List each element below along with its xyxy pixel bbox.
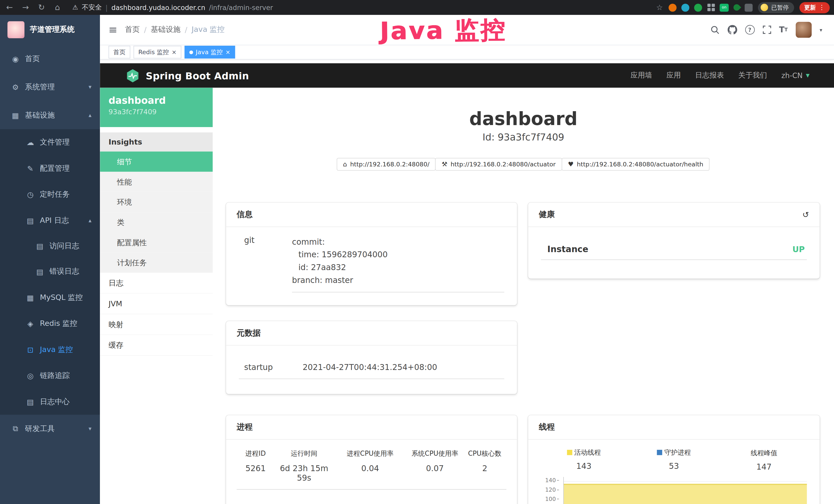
tab-label: 首页: [113, 48, 126, 56]
sba-item-environment[interactable]: 环境: [100, 192, 213, 212]
help-icon[interactable]: ?: [745, 25, 754, 35]
legend-label: 线程峰值: [751, 449, 777, 458]
gear-icon: ⚙: [10, 83, 20, 91]
extension-on-badge[interactable]: on: [720, 3, 729, 11]
extension-icon-1[interactable]: [668, 3, 677, 11]
sba-item-details[interactable]: 细节: [100, 152, 213, 172]
tab-home[interactable]: 首页: [108, 46, 130, 59]
sba-instance-header[interactable]: dashboard 93a3fc7f7409: [100, 88, 213, 127]
sba-nav-about[interactable]: 关于我们: [738, 71, 767, 80]
info-card: 信息 git commit: time: 1596289704000 id: 2…: [226, 203, 517, 305]
infrastructure-submenu: ☁ 文件管理 ✎ 配置管理 ◷ 定时任务 ▤ API 日志 ▴ ▤: [0, 129, 100, 415]
url-host[interactable]: dashboard.yudao.iocoder.cn: [111, 3, 205, 11]
link-label: http://192.168.0.2:48080/: [350, 160, 430, 168]
sidebar-item-mysql-monitor[interactable]: ▦ MySQL 监控: [0, 284, 100, 311]
menu-dots-icon[interactable]: ⋮: [818, 4, 825, 11]
sidebar-item-system-mgmt[interactable]: ⚙ 系统管理 ▾: [0, 73, 100, 101]
breadcrumb-current: Java 监控: [192, 25, 224, 35]
health-url-button[interactable]: ♥ http://192.168.0.2:48080/actuator/heal…: [562, 158, 710, 171]
sidebar-item-home[interactable]: ◉ 首页: [0, 45, 100, 73]
close-icon[interactable]: ×: [172, 48, 176, 55]
card-title: 线程: [539, 422, 555, 432]
sidebar-toggle-icon[interactable]: ≡: [100, 23, 125, 36]
github-icon[interactable]: [727, 25, 737, 35]
sidebar-item-access-logs[interactable]: ▤ 访问日志: [0, 233, 100, 259]
user-avatar[interactable]: [796, 22, 812, 38]
clock-icon: ◷: [25, 190, 35, 199]
sidebar-item-log-center[interactable]: ▤ 日志中心: [0, 389, 100, 415]
infrastructure-icon: ▦: [10, 111, 20, 119]
sba-item-config-props[interactable]: 配置属性: [100, 232, 213, 253]
info-line: branch: master: [292, 274, 504, 287]
card-title: 健康: [539, 209, 555, 220]
update-label: 更新: [804, 3, 816, 11]
tab-java-monitor[interactable]: Java 监控 ×: [184, 46, 235, 59]
font-size-icon[interactable]: TT: [779, 25, 788, 35]
breadcrumb-infrastructure[interactable]: 基础设施: [151, 25, 180, 35]
info-line: time: 1596289704000: [292, 248, 504, 261]
sidebar-item-dev-tools[interactable]: ⧉ 研发工具 ▾: [0, 415, 100, 443]
sba-item-jvm[interactable]: JVM: [100, 294, 213, 314]
fullscreen-icon[interactable]: [763, 25, 771, 34]
logo-image: [7, 21, 24, 38]
service-url-button[interactable]: ⌂ http://192.168.0.2:48080/: [336, 158, 436, 171]
sidebar-item-label: 访问日志: [49, 241, 79, 251]
sidebar-item-file-mgmt[interactable]: ☁ 文件管理: [0, 129, 100, 155]
extension-icon-3[interactable]: [694, 3, 702, 11]
history-icon[interactable]: ↺: [803, 210, 809, 219]
sidebar-item-link-tracing[interactable]: ◎ 链路追踪: [0, 363, 100, 388]
sba-locale-select[interactable]: zh-CN ▼: [781, 71, 810, 79]
metadata-key: startup: [244, 363, 303, 372]
bookmark-star-icon[interactable]: ☆: [655, 3, 664, 11]
sidebar-item-java-monitor[interactable]: ⊡ Java 监控: [0, 337, 100, 363]
locale-label: zh-CN: [781, 71, 803, 79]
header-actions: ? TT ▾: [710, 22, 834, 38]
edit-icon: ✎: [25, 164, 35, 173]
sba-brand[interactable]: Spring Boot Admin: [126, 68, 249, 83]
app-logo[interactable]: 芋道管理系统: [0, 15, 100, 45]
avatar-caret-icon[interactable]: ▾: [820, 27, 822, 33]
legend-swatch-daemon: [657, 450, 662, 455]
document-icon: ▤: [25, 216, 35, 225]
axis-tick: 120: [539, 486, 560, 496]
sidebar-item-error-logs[interactable]: ▤ 错误日志: [0, 259, 100, 284]
extension-leaf-icon[interactable]: [732, 3, 741, 12]
sba-item-caches[interactable]: 缓存: [100, 335, 213, 356]
profile-paused-badge[interactable]: 已暂停: [758, 2, 794, 13]
actuator-url-button[interactable]: ⚒ http://192.168.0.2:48080/actuator: [435, 158, 562, 171]
status-badge: UP: [792, 245, 805, 254]
sba-item-performance[interactable]: 性能: [100, 172, 213, 192]
back-icon[interactable]: ←: [4, 3, 15, 12]
sidebar-item-label: 链路追踪: [40, 371, 70, 380]
instance-name: dashboard: [108, 95, 213, 106]
sidebar-item-api-logs[interactable]: ▤ API 日志 ▴: [0, 207, 100, 233]
extension-icon-2[interactable]: [681, 3, 689, 11]
extensions-puzzle-icon[interactable]: [745, 3, 752, 11]
url-path[interactable]: /infra/admin-server: [209, 3, 273, 11]
address-bar[interactable]: ⚠ 不安全 | dashboard.yudao.iocoder.cn/infra…: [72, 3, 273, 12]
cloud-icon: ☁: [25, 138, 35, 146]
extension-grid-icon[interactable]: [707, 3, 715, 11]
search-icon[interactable]: [710, 25, 720, 34]
breadcrumb-home[interactable]: 首页: [125, 25, 140, 35]
main-column: ≡ 首页 / 基础设施 / Java 监控 ?: [100, 15, 834, 504]
home-icon[interactable]: ⌂: [52, 3, 63, 12]
chrome-update-button[interactable]: 更新 ⋮: [799, 2, 830, 13]
sba-nav-journal[interactable]: 日志报表: [695, 71, 724, 80]
security-label[interactable]: 不安全: [82, 3, 102, 12]
sidebar-item-scheduled-tasks[interactable]: ◷ 定时任务: [0, 181, 100, 207]
sba-item-logs[interactable]: 日志: [100, 273, 213, 294]
sba-item-classes[interactable]: 类: [100, 212, 213, 232]
sba-item-scheduled-tasks[interactable]: 计划任务: [100, 253, 213, 273]
sidebar-item-infrastructure[interactable]: ▦ 基础设施 ▴: [0, 101, 100, 129]
sba-item-mappings[interactable]: 映射: [100, 314, 213, 335]
forward-icon[interactable]: →: [20, 3, 31, 12]
tab-redis-monitor[interactable]: Redis 监控 ×: [134, 46, 181, 59]
reload-icon[interactable]: ↻: [36, 3, 47, 12]
document-icon: ▤: [25, 397, 35, 406]
close-icon[interactable]: ×: [225, 48, 231, 55]
sba-nav-wallboard[interactable]: 应用墙: [631, 71, 652, 80]
sidebar-item-config-mgmt[interactable]: ✎ 配置管理: [0, 155, 100, 181]
sidebar-item-redis-monitor[interactable]: ◈ Redis 监控: [0, 311, 100, 336]
sba-nav-applications[interactable]: 应用: [666, 71, 681, 80]
